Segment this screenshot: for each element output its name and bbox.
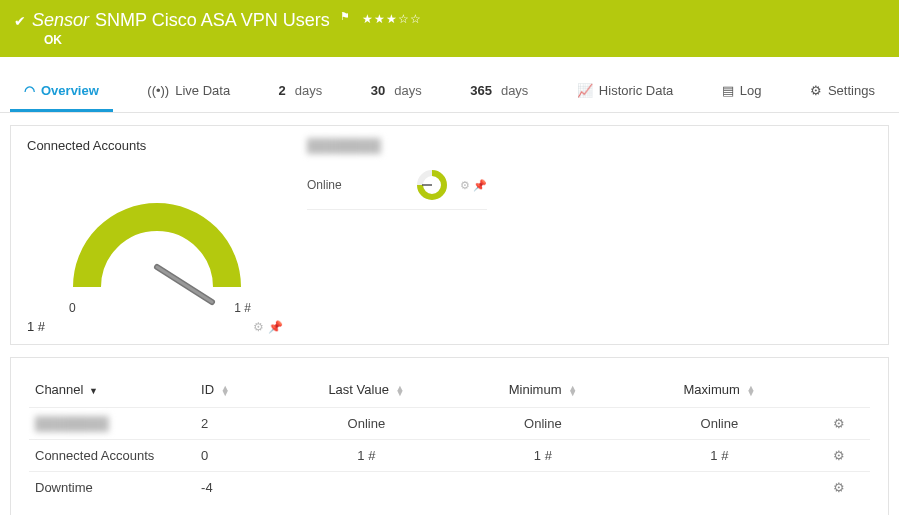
tab-label: days [501, 83, 528, 98]
gauge-icon: ◠ [24, 83, 35, 98]
gauge-min-label: 0 [69, 301, 76, 315]
gauge-status-label: Online [307, 178, 404, 192]
tab-label: Settings [828, 83, 875, 98]
channel-table-panel: Channel ▼ ID ▲▼ Last Value ▲▼ Minimum ▲▼… [10, 357, 889, 515]
tab-live-data[interactable]: ((•)) Live Data [133, 71, 244, 112]
pin-icon[interactable]: 📌 [268, 320, 283, 334]
tab-label: Historic Data [599, 83, 673, 98]
rating-stars[interactable] [362, 12, 422, 26]
tab-label: days [394, 83, 421, 98]
primary-gauge: Connected Accounts 0 1 # 1 # ⚙ 📌 [27, 138, 287, 334]
tab-label: Log [740, 83, 762, 98]
gauge-title: Connected Accounts [27, 138, 287, 153]
col-header-minimum[interactable]: Minimum ▲▼ [455, 374, 632, 408]
tab-label: Overview [41, 83, 99, 98]
star-icon[interactable] [362, 12, 374, 26]
col-header-maximum[interactable]: Maximum ▲▼ [631, 374, 808, 408]
flag-icon[interactable]: ⚑ [340, 10, 350, 23]
secondary-gauge: ████████ Online ⚙ 📌 [307, 138, 487, 334]
gear-icon: ⚙ [810, 83, 822, 98]
sensor-prefix: Sensor [32, 10, 89, 31]
live-icon: ((•)) [147, 83, 169, 98]
log-icon: ▤ [722, 83, 734, 98]
gauge-value: 1 # [27, 319, 287, 334]
tab-number: 30 [371, 83, 385, 98]
tab-bar: ◠ Overview ((•)) Live Data 2 days 30 day… [0, 71, 899, 113]
tab-log[interactable]: ▤ Log [708, 71, 776, 112]
gauge-panel: Connected Accounts 0 1 # 1 # ⚙ 📌 ███████… [10, 125, 889, 345]
table-row: Connected Accounts01 #1 #1 #⚙ [29, 440, 870, 472]
cell-id: -4 [195, 472, 278, 504]
row-settings-icon[interactable]: ⚙ [833, 480, 845, 495]
cell-maximum [631, 472, 808, 504]
svg-line-1 [157, 267, 212, 302]
check-icon: ✔ [14, 13, 26, 29]
cell-channel: Connected Accounts [29, 440, 195, 472]
header-label: Channel [35, 382, 83, 397]
mini-gauge-chart [414, 167, 450, 203]
tab-365-days[interactable]: 365 days [456, 71, 542, 112]
gear-icon[interactable]: ⚙ [253, 320, 264, 334]
sort-desc-icon: ▼ [89, 386, 98, 396]
sort-icon: ▲▼ [746, 386, 755, 396]
row-settings-icon[interactable]: ⚙ [833, 416, 845, 431]
gauge-title-redacted: ████████ [307, 138, 487, 153]
cell-minimum [455, 472, 632, 504]
gear-icon[interactable]: ⚙ [460, 179, 470, 191]
tab-overview[interactable]: ◠ Overview [10, 71, 113, 112]
tab-number: 2 [279, 83, 286, 98]
tab-2-days[interactable]: 2 days [265, 71, 337, 112]
tab-number: 365 [470, 83, 492, 98]
tab-settings[interactable]: ⚙ Settings [796, 71, 889, 112]
chart-icon: 📈 [577, 83, 593, 98]
star-icon[interactable] [410, 12, 422, 26]
cell-channel: ████████ [29, 408, 195, 440]
cell-minimum: Online [455, 408, 632, 440]
cell-last-value [278, 472, 455, 504]
header-label: Last Value [328, 382, 388, 397]
star-icon[interactable] [386, 12, 398, 26]
col-header-last-value[interactable]: Last Value ▲▼ [278, 374, 455, 408]
header-label: Maximum [683, 382, 739, 397]
col-header-id[interactable]: ID ▲▼ [195, 374, 278, 408]
tab-label: Live Data [175, 83, 230, 98]
cell-minimum: 1 # [455, 440, 632, 472]
tab-historic-data[interactable]: 📈 Historic Data [563, 71, 687, 112]
sensor-header: ✔ Sensor SNMP Cisco ASA VPN Users ⚑ OK [0, 0, 899, 57]
tab-label: days [295, 83, 322, 98]
sort-icon: ▲▼ [395, 386, 404, 396]
star-icon[interactable] [398, 12, 410, 26]
gauge-chart [47, 157, 267, 307]
cell-maximum: 1 # [631, 440, 808, 472]
row-settings-icon[interactable]: ⚙ [833, 448, 845, 463]
table-row: ████████2OnlineOnlineOnline⚙ [29, 408, 870, 440]
sensor-title: SNMP Cisco ASA VPN Users [95, 10, 330, 31]
cell-last-value: Online [278, 408, 455, 440]
cell-id: 0 [195, 440, 278, 472]
header-label: ID [201, 382, 214, 397]
cell-last-value: 1 # [278, 440, 455, 472]
col-header-actions [808, 374, 870, 408]
col-header-channel[interactable]: Channel ▼ [29, 374, 195, 408]
table-row: Downtime-4⚙ [29, 472, 870, 504]
pin-icon[interactable]: 📌 [473, 179, 487, 191]
cell-maximum: Online [631, 408, 808, 440]
channel-table: Channel ▼ ID ▲▼ Last Value ▲▼ Minimum ▲▼… [29, 374, 870, 503]
cell-channel: Downtime [29, 472, 195, 504]
cell-id: 2 [195, 408, 278, 440]
header-label: Minimum [509, 382, 562, 397]
sort-icon: ▲▼ [568, 386, 577, 396]
star-icon[interactable] [374, 12, 386, 26]
sensor-status: OK [44, 33, 885, 47]
tab-30-days[interactable]: 30 days [357, 71, 436, 112]
gauge-max-label: 1 # [234, 301, 251, 315]
sort-icon: ▲▼ [221, 386, 230, 396]
